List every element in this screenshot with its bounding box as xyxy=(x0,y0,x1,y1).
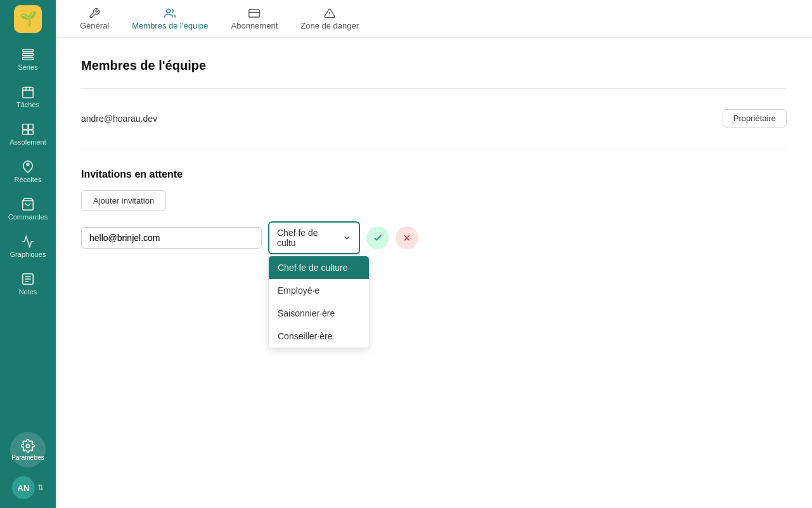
svg-rect-2 xyxy=(23,58,34,60)
sidebar-item-taches[interactable]: Tâches xyxy=(3,79,53,115)
role-select-value: Chef·fe de cultu xyxy=(277,228,338,248)
tab-general[interactable]: Général xyxy=(71,3,118,36)
confirm-button[interactable] xyxy=(366,226,389,249)
parametres-circle: Paramètres xyxy=(10,432,46,467)
sidebar-item-graphiques[interactable]: Graphiques xyxy=(3,228,53,264)
svg-rect-1 xyxy=(23,53,34,56)
sidebar-item-parametres[interactable]: Paramètres xyxy=(10,432,46,467)
tab-membres-label: Membres de l'équipe xyxy=(132,21,208,30)
tab-membres[interactable]: Membres de l'équipe xyxy=(123,3,217,36)
sidebar: 🌱 Séries Tâches Assolement Récoltes Comm… xyxy=(0,0,56,508)
divider-1 xyxy=(81,88,787,89)
role-option-saisonnier[interactable]: Saisonnier·ère xyxy=(269,302,369,325)
assolement-icon xyxy=(21,122,35,136)
svg-point-13 xyxy=(26,444,30,448)
tab-danger[interactable]: Zone de danger xyxy=(292,3,368,36)
check-icon xyxy=(373,233,383,243)
notes-icon xyxy=(21,272,35,286)
membres-icon xyxy=(164,8,176,19)
add-invitation-button[interactable]: Ajouter invitation xyxy=(81,190,166,211)
role-option-chef[interactable]: Chef·fe de culture xyxy=(269,256,369,279)
tab-abonnement-label: Abonnement xyxy=(231,21,278,30)
sidebar-bottom: Paramètres AN ⇅ xyxy=(10,432,46,508)
svg-rect-0 xyxy=(23,49,34,52)
gear-icon xyxy=(21,439,35,453)
sidebar-nav: Séries Tâches Assolement Récoltes Comman… xyxy=(0,38,56,432)
card-icon xyxy=(248,8,260,19)
sidebar-label-recoltes: Récoltes xyxy=(15,176,42,183)
general-icon xyxy=(89,8,100,19)
role-select-wrapper: Chef·fe de cultu Chef·fe de culture Empl… xyxy=(268,221,360,254)
app-logo: 🌱 xyxy=(14,5,42,33)
warning-icon xyxy=(324,8,335,19)
svg-rect-6 xyxy=(23,130,28,134)
role-select-button[interactable]: Chef·fe de cultu xyxy=(268,221,360,254)
recoltes-icon xyxy=(21,160,35,174)
sidebar-label-graphiques: Graphiques xyxy=(10,251,46,258)
sidebar-label-assolement: Assolement xyxy=(10,138,46,146)
sidebar-item-commandes[interactable]: Commandes xyxy=(3,191,53,227)
page-content: Membres de l'équipe andre@hoarau.dev Pro… xyxy=(56,38,812,508)
members-title: Membres de l'équipe xyxy=(81,58,787,73)
sidebar-item-notes[interactable]: Notes xyxy=(3,266,53,302)
sidebar-item-recoltes[interactable]: Récoltes xyxy=(3,153,53,190)
avatar-button[interactable]: AN ⇅ xyxy=(10,475,46,500)
chevron-up-down-icon: ⇅ xyxy=(37,483,44,492)
sidebar-item-assolement[interactable]: Assolement xyxy=(3,116,53,152)
proprietaire-badge[interactable]: Propriétaire xyxy=(723,109,787,127)
invitations-section: Invitations en attente Ajouter invitatio… xyxy=(81,169,787,254)
role-option-conseiller[interactable]: Conseiller·ère xyxy=(269,325,369,348)
tab-danger-label: Zone de danger xyxy=(300,21,359,30)
svg-rect-7 xyxy=(29,130,33,134)
commandes-icon xyxy=(21,197,35,211)
role-dropdown: Chef·fe de culture Employé·e Saisonnier·… xyxy=(268,256,370,348)
svg-rect-15 xyxy=(249,10,260,17)
sidebar-logo: 🌱 xyxy=(0,0,56,38)
role-option-employe[interactable]: Employé·e xyxy=(269,279,369,302)
chevron-down-icon xyxy=(342,233,351,242)
tab-abonnement[interactable]: Abonnement xyxy=(222,3,287,36)
sidebar-label-taches: Tâches xyxy=(16,101,39,108)
graphiques-icon xyxy=(21,235,35,249)
tab-general-label: Général xyxy=(80,21,109,30)
sidebar-item-series[interactable]: Séries xyxy=(3,41,53,77)
invitations-title: Invitations en attente xyxy=(81,169,787,180)
member-email: andre@hoarau.dev xyxy=(81,114,712,124)
sidebar-label-commandes: Commandes xyxy=(8,213,48,221)
main-content: Général Membres de l'équipe Abonnement Z… xyxy=(56,0,812,508)
svg-point-14 xyxy=(167,9,171,13)
invitation-row: Chef·fe de cultu Chef·fe de culture Empl… xyxy=(81,221,787,254)
avatar: AN xyxy=(12,476,35,499)
taches-icon xyxy=(21,85,35,99)
svg-rect-4 xyxy=(23,124,28,129)
svg-rect-3 xyxy=(23,88,34,98)
invitation-email-input[interactable] xyxy=(81,227,262,249)
sidebar-label-series: Séries xyxy=(18,63,37,71)
svg-rect-5 xyxy=(29,124,33,129)
x-icon xyxy=(402,233,412,243)
divider-2 xyxy=(81,148,787,148)
topnav: Général Membres de l'équipe Abonnement Z… xyxy=(56,0,812,38)
parametres-label: Paramètres xyxy=(11,454,44,461)
member-row: andre@hoarau.dev Propriétaire xyxy=(81,109,787,127)
sidebar-label-notes: Notes xyxy=(19,288,37,296)
series-icon xyxy=(21,48,35,62)
cancel-button[interactable] xyxy=(396,226,418,249)
